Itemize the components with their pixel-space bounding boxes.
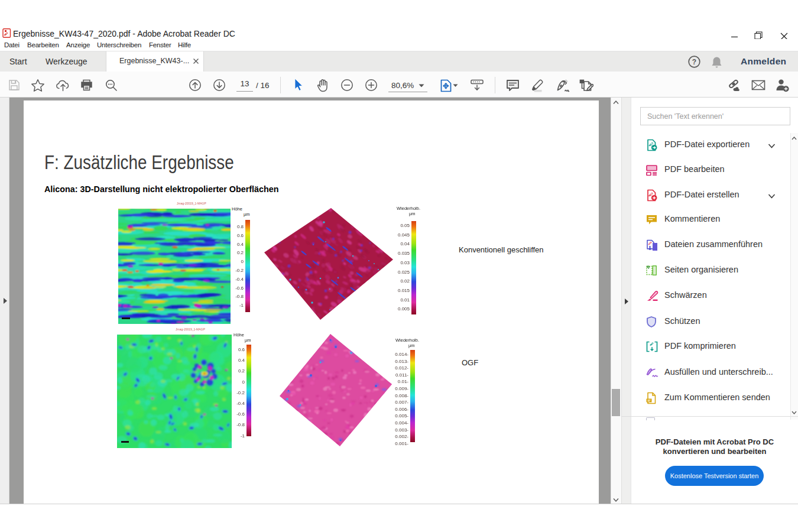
svg-text:?: ? xyxy=(692,58,696,66)
